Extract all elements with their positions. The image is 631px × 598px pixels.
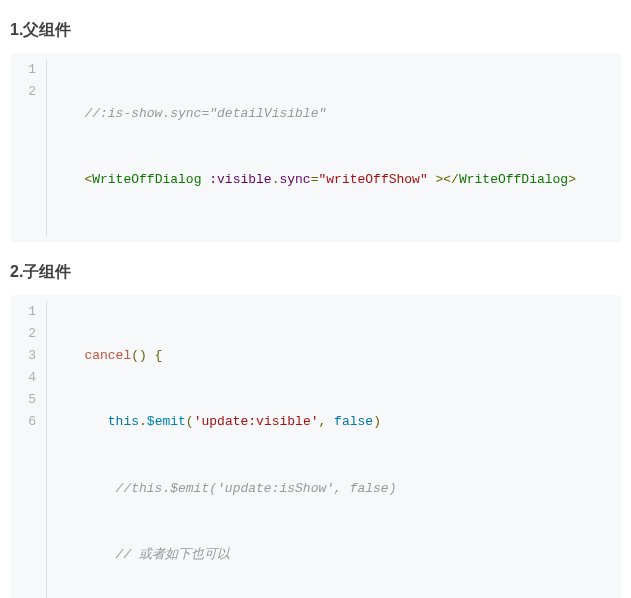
code-block-1: 12 //:is-show.sync="detailVisible" <Writ…	[10, 53, 621, 242]
code-comment: //:is-show.sync="detailVisible"	[84, 106, 326, 121]
heading-parent-component: 1.父组件	[10, 20, 621, 41]
line-gutter: 123456	[10, 301, 47, 598]
code-content: cancel() { this.$emit('update:visible', …	[47, 301, 621, 598]
heading-child-component: 2.子组件	[10, 262, 621, 283]
code-block-2: 123456 cancel() { this.$emit('update:vis…	[10, 295, 621, 598]
line-gutter: 12	[10, 59, 47, 236]
code-content: //:is-show.sync="detailVisible" <WriteOf…	[47, 59, 621, 236]
